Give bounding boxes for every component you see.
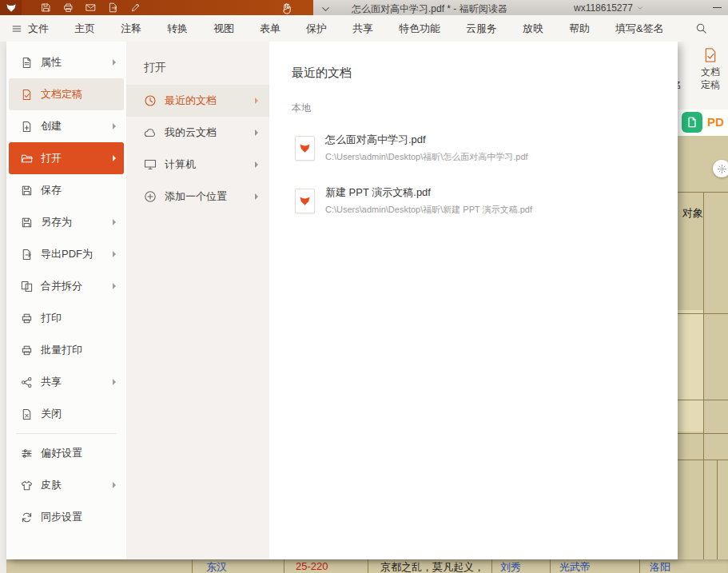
table-line	[703, 192, 704, 573]
save-icon[interactable]	[41, 2, 51, 13]
print-icon[interactable]	[63, 2, 74, 13]
item-label: 打开	[41, 151, 62, 165]
properties-icon	[21, 57, 33, 69]
page-text-dynasty: 东汉	[206, 560, 227, 573]
item-label: 另存为	[41, 215, 72, 229]
finalize-label-line1: 文档	[694, 66, 727, 78]
file-menu-sidebar: 属性 文档定稿 创建 打开 保存 另存为 导出PDF为	[6, 42, 126, 559]
file-menu-save[interactable]: 保存	[9, 174, 124, 206]
item-label: 关闭	[41, 407, 62, 421]
menu-tab-protect[interactable]: 保护	[306, 22, 327, 36]
menu-tab-home[interactable]: 主页	[74, 22, 95, 36]
menu-tab-present[interactable]: 放映	[523, 22, 543, 36]
file-menu-finalize[interactable]: 文档定稿	[9, 78, 124, 110]
open-my-cloud-documents[interactable]: 我的云文档	[126, 117, 269, 149]
file-menu-preferences[interactable]: 偏好设置	[9, 437, 124, 469]
menu-tab-cloud-service[interactable]: 云服务	[466, 22, 497, 36]
export-pdf-icon	[21, 249, 33, 261]
page-light-patch	[678, 310, 703, 432]
menu-tab-convert[interactable]: 转换	[167, 22, 188, 36]
close-document-icon	[21, 408, 33, 420]
menu-tab-help[interactable]: 帮助	[569, 22, 590, 36]
table-line	[678, 460, 728, 460]
fox-icon	[299, 195, 311, 207]
submenu-arrow-icon	[113, 219, 116, 225]
fox-icon	[299, 142, 311, 154]
foxit-logo[interactable]	[0, 0, 22, 15]
file-menu-batch-print[interactable]: 批量打印	[9, 334, 124, 366]
computer-icon	[144, 158, 157, 171]
file-menu-create[interactable]: 创建	[9, 110, 124, 142]
account-menu[interactable]: wx118615277	[574, 2, 644, 14]
file-menu-sync-settings[interactable]: 同步设置	[9, 501, 124, 533]
item-label: 属性	[41, 55, 62, 70]
minimize-icon	[713, 7, 722, 8]
minimize-button[interactable]	[706, 0, 728, 15]
cloud-icon	[144, 126, 157, 139]
item-label: 批量打印	[41, 343, 82, 357]
menu-tab-form[interactable]: 表单	[260, 22, 280, 36]
preferences-icon	[21, 448, 33, 460]
account-name: wx118615277	[574, 2, 633, 14]
item-label: 导出PDF为	[41, 247, 93, 261]
file-menu-export-pdf[interactable]: 导出PDF为	[9, 238, 124, 270]
menu-tab-fill-sign[interactable]: 填写&签名	[615, 22, 664, 36]
print-icon	[21, 312, 33, 324]
item-label: 共享	[41, 375, 62, 389]
submenu-arrow-icon	[113, 482, 116, 488]
settings-gear-button[interactable]	[713, 160, 728, 177]
page-text-capital: 洛阳	[650, 560, 670, 573]
pdf-badge-icon	[682, 112, 702, 133]
menu-bar: 文件 主页 注释 转换 视图 表单 保护 共享 特色功能 云服务 放映 帮助 填…	[0, 15, 728, 42]
page-text-founder: 刘秀	[500, 560, 521, 573]
doc-name: 新建 PPT 演示文稿.pdf	[325, 185, 532, 200]
page-text-years: 25-220	[296, 560, 328, 572]
doc-meta: 怎么面对高中学习.pdf C:\Users\admin\Desktop\福昕\怎…	[325, 133, 528, 163]
menu-tab-share[interactable]: 共享	[352, 22, 373, 36]
recent-documents-panel: 最近的文档 本地 怎么面对高中学习.pdf C:\Users\admin\Des…	[269, 42, 678, 559]
submenu-arrow-icon	[113, 251, 116, 257]
table-line	[192, 559, 193, 573]
hand-icon[interactable]	[281, 2, 293, 14]
page-text-emperor: 光武帝	[559, 560, 591, 573]
submenu-arrow-icon	[113, 379, 116, 385]
file-menu-close[interactable]: 关闭	[9, 398, 124, 430]
submenu-arrow-icon	[113, 155, 116, 161]
title-bar: 怎么面对高中学习.pdf * - 福昕阅读器 wx118615277	[0, 0, 728, 15]
menu-tab-features[interactable]: 特色功能	[399, 22, 440, 36]
file-menu-save-as[interactable]: 另存为	[9, 206, 124, 238]
recent-doc-item[interactable]: 新建 PPT 演示文稿.pdf C:\Users\admin\Desktop\福…	[292, 181, 643, 221]
menu-tab-comment[interactable]: 注释	[121, 22, 141, 36]
page-text-object: 对象	[682, 206, 703, 221]
table-line	[678, 192, 728, 193]
window-title: 怎么面对高中学习.pdf * - 福昕阅读器	[352, 2, 507, 16]
customize-toolbar-chevron-icon[interactable]	[320, 3, 332, 15]
menu-file[interactable]: 文件	[11, 22, 49, 36]
file-menu-print[interactable]: 打印	[9, 302, 124, 334]
ribbon-finalize-button[interactable]: 文档 定稿	[694, 47, 727, 91]
menu-tab-view[interactable]: 视图	[213, 22, 234, 36]
file-menu-skin[interactable]: 皮肤	[9, 469, 124, 501]
search-icon[interactable]	[695, 22, 707, 34]
table-line	[678, 433, 728, 434]
mail-icon[interactable]	[86, 2, 96, 13]
file-menu-open[interactable]: 打开	[9, 142, 124, 174]
pen-icon[interactable]	[130, 2, 141, 13]
table-line	[678, 400, 728, 400]
clock-icon	[144, 94, 157, 107]
file-menu-combine-split[interactable]: 合并拆分	[9, 270, 124, 302]
recent-panel-title: 最近的文档	[292, 66, 678, 81]
item-label: 同步设置	[41, 510, 82, 524]
export-icon[interactable]	[108, 2, 118, 13]
file-menu-properties[interactable]: 属性	[9, 46, 124, 78]
recent-doc-item[interactable]: 怎么面对高中学习.pdf C:\Users\admin\Desktop\福昕\怎…	[292, 128, 643, 168]
pdf-floating-widget[interactable]: PD	[678, 109, 728, 136]
open-add-place[interactable]: 添加一个位置	[126, 181, 269, 213]
open-recent-documents[interactable]: 最近的文档	[126, 85, 269, 117]
pdf-file-icon	[295, 136, 315, 161]
item-label: 我的云文档	[165, 125, 217, 140]
account-chevron-icon	[636, 4, 644, 12]
submenu-arrow-icon	[113, 123, 116, 129]
file-menu-share[interactable]: 共享	[9, 366, 124, 398]
open-computer[interactable]: 计算机	[126, 149, 269, 181]
